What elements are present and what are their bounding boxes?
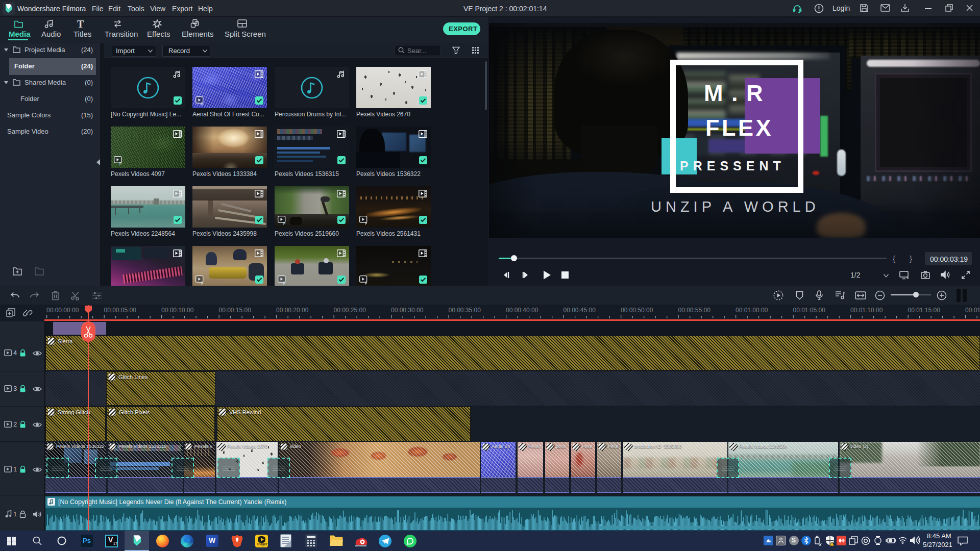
svg-text:!: ! xyxy=(833,543,834,546)
